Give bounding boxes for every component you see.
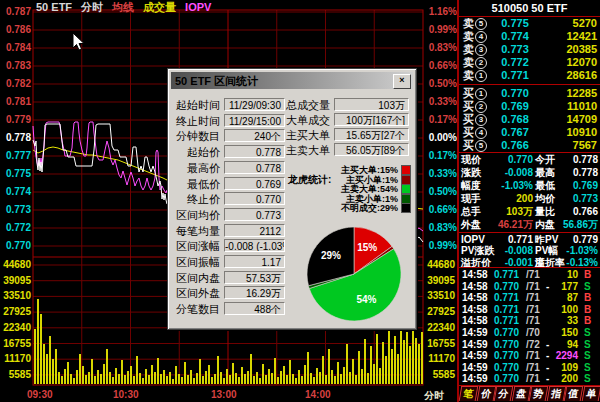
tick-volume: 94 [552, 339, 578, 351]
volume-bar [292, 374, 294, 384]
stat-value: 46.21万 [498, 219, 533, 231]
panel-separator [459, 267, 600, 268]
ask-row[interactable]: 卖40.77412421 [460, 30, 599, 43]
tab-单[interactable]: 单 [581, 386, 600, 401]
stat-label: PV幅度 [535, 245, 566, 257]
stat-row: 外盘46.21万 [461, 219, 533, 231]
bid-row[interactable]: 买10.77012285 [460, 87, 599, 100]
volume-bar [361, 369, 363, 384]
tick-row[interactable]: 14:580.770/71-177S [460, 281, 599, 293]
interval-stat-field: 11/29/09:30 [224, 98, 285, 111]
volume-bar [244, 374, 246, 384]
tick-time: 14:58 [462, 281, 488, 293]
chart-legend-item: 分时 [81, 1, 103, 13]
stat-value: -0.008 [505, 167, 533, 179]
stat-value: 0.766 [573, 206, 598, 218]
tab-价[interactable]: 价 [476, 386, 495, 401]
tick-row[interactable]: 14:590.770/72-94S [460, 339, 599, 351]
tick-row[interactable]: 14:580.771/7133B [460, 315, 599, 327]
volume-bar [229, 375, 231, 384]
bid-row[interactable]: 买30.76814709 [460, 113, 599, 126]
volume-bar [298, 370, 300, 384]
tab-笔[interactable]: 笔 [459, 386, 478, 401]
level-number-icon: 1 [475, 70, 487, 82]
stat-label: 内盘 [535, 219, 555, 231]
stat-value: 0.770 [508, 154, 533, 166]
tick-row[interactable]: 14:590.770/71-2294S [460, 350, 599, 362]
interval-stat-field: 16.29万 [224, 286, 285, 299]
volume-bar [310, 373, 312, 384]
volume-bar [358, 351, 360, 384]
interval-stat-label: 起始价 [172, 145, 220, 160]
ask-row[interactable]: 卖50.7755270 [460, 17, 599, 30]
stat-label: 最低 [535, 180, 555, 192]
level-number-icon: 3 [475, 114, 487, 126]
level-number-icon: 3 [475, 44, 487, 56]
volume-bar [379, 368, 381, 384]
stat-label: 均价 [535, 193, 555, 205]
tab-分[interactable]: 分 [494, 386, 513, 401]
interval-stat-label: 分钟数目 [172, 129, 220, 144]
interval-stat-field: 11/29/15:00 [224, 114, 285, 127]
tab-势[interactable]: 势 [529, 386, 548, 401]
bid-row[interactable]: 买50.7667567 [460, 139, 599, 152]
level-number-icon: 4 [475, 127, 487, 139]
volume-bar [169, 372, 171, 384]
volume-bar [34, 329, 36, 384]
tick-ratio: /71 [526, 373, 540, 385]
stat-value: -1.03% [566, 245, 598, 257]
interval-stat-label: 终止价 [172, 192, 220, 207]
legend-swatch [401, 203, 411, 213]
tab-值[interactable]: 值 [564, 386, 583, 401]
volume-bar [82, 366, 84, 384]
volume-stat-label: 总成交量 [286, 98, 330, 113]
legend-title: 龙虎统计: [288, 173, 331, 187]
volume-bar [94, 376, 96, 384]
tick-row[interactable]: 14:580.771/71100B [460, 304, 599, 316]
bid-row[interactable]: 买40.76710910 [460, 126, 599, 139]
legend-entry: 主买大单:15% [336, 166, 398, 175]
tick-row[interactable]: 14:590.770/70150S [460, 327, 599, 339]
ask-row[interactable]: 卖10.77128616 [460, 69, 599, 82]
book-price: 0.774 [492, 30, 538, 43]
ask-row[interactable]: 卖30.77320385 [460, 43, 599, 56]
tick-price: 0.771 [494, 304, 519, 316]
stat-row: 最低0.769 [535, 180, 598, 192]
interval-stat-label: 起始时间 [172, 98, 220, 113]
volume-stat-field: 100万[167个] [334, 113, 409, 126]
tick-time: 14:58 [462, 292, 488, 304]
volume-bar [340, 374, 342, 384]
tick-row[interactable]: 14:590.770/71-200S [460, 373, 599, 385]
volume-bar [319, 372, 321, 384]
volume-bar [274, 358, 276, 384]
tick-ratio: /71 [526, 315, 540, 327]
volume-bar [403, 340, 405, 384]
level-number-icon: 5 [475, 140, 487, 152]
book-price: 0.769 [492, 100, 538, 113]
ask-row[interactable]: 卖20.77212070 [460, 56, 599, 69]
bid-row[interactable]: 买20.76911010 [460, 100, 599, 113]
tab-盘[interactable]: 盘 [511, 386, 530, 401]
volume-bar [337, 362, 339, 384]
volume-bar [49, 336, 51, 384]
interval-statistics-dialog[interactable]: 50 ETF 区间统计 × 起始时间11/29/09:30终止时间11/29/1… [167, 68, 417, 330]
stat-label: 今开 [535, 154, 555, 166]
stat-label: IOPV [461, 234, 485, 246]
stat-row: 现手200 [461, 193, 533, 205]
tick-ratio: /71 [526, 350, 540, 362]
volume-bar [349, 372, 351, 384]
tick-row[interactable]: 14:580.771/7187B [460, 292, 599, 304]
interval-stat-field: -0.008 (-1.03% [224, 239, 285, 252]
dialog-titlebar[interactable]: 50 ETF 区间统计 × [171, 72, 413, 89]
tick-row[interactable]: 14:580.771/7110B [460, 269, 599, 281]
volume-bar [304, 365, 306, 384]
close-icon[interactable]: × [393, 74, 411, 89]
tick-row[interactable]: 14:590.770/71-109S [460, 362, 599, 374]
volume-bar [343, 367, 345, 384]
volume-bar [154, 372, 156, 384]
tab-指[interactable]: 指 [546, 386, 565, 401]
interval-stat-label: 最低价 [172, 177, 220, 192]
tick-time: 14:58 [462, 315, 488, 327]
volume-bar [142, 378, 144, 384]
volume-bar [346, 344, 348, 384]
